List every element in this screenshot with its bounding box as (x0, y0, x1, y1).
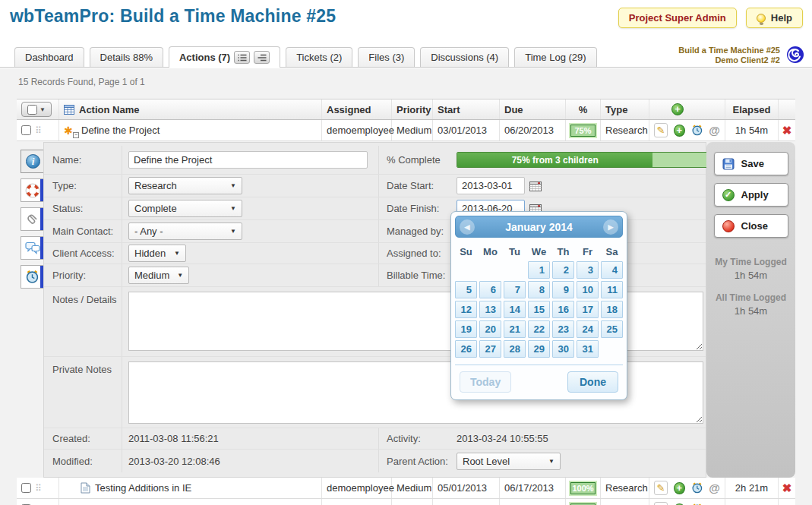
action-name[interactable]: Testing Additions in IE (95, 482, 191, 494)
list-view-toggle-button[interactable] (234, 51, 250, 64)
priority-select[interactable]: Medium▼ (128, 267, 189, 284)
day-cell[interactable]: 4 (601, 261, 623, 279)
day-cell[interactable]: 16 (552, 301, 574, 318)
apply-button-label: Apply (741, 189, 769, 200)
day-cell[interactable]: 29 (528, 340, 550, 358)
day-cell[interactable]: 30 (552, 340, 574, 358)
day-cell[interactable]: 19 (455, 320, 477, 338)
day-cell[interactable]: 20 (479, 320, 501, 338)
day-cell[interactable]: 11 (601, 281, 623, 298)
edit-icon[interactable]: ✎ (654, 481, 668, 495)
delete-icon[interactable]: ✖ (782, 503, 792, 505)
day-cell[interactable]: 8 (528, 281, 550, 298)
tab-timelog[interactable]: Time Log (29) (514, 47, 596, 67)
prev-month-button[interactable]: ◀ (460, 219, 475, 235)
day-cell[interactable]: 24 (577, 320, 599, 338)
day-cell[interactable]: 22 (528, 320, 550, 338)
help-button[interactable]: Help (746, 8, 803, 28)
delete-icon[interactable]: ✖ (782, 124, 792, 137)
calendar-icon[interactable] (529, 181, 542, 191)
col-priority[interactable]: Priority (397, 104, 431, 115)
add-subaction-icon[interactable]: + (674, 125, 685, 137)
form-tab-info[interactable]: i (21, 150, 46, 173)
day-cell[interactable]: 21 (504, 320, 526, 338)
help-button-label: Help (771, 12, 792, 24)
apply-button[interactable]: ✓ Apply (714, 183, 788, 207)
edit-icon[interactable]: ✎ (654, 502, 668, 505)
row-checkbox[interactable] (21, 483, 31, 493)
day-cell[interactable]: 18 (601, 301, 623, 318)
day-cell[interactable]: 2 (552, 261, 574, 279)
done-button[interactable]: Done (567, 371, 618, 393)
tab-discussions[interactable]: Discussions (4) (420, 47, 509, 67)
col-type[interactable]: Type (605, 104, 627, 115)
tab-timelog-label: Time Log (29) (525, 52, 586, 63)
day-cell[interactable]: 5 (455, 281, 477, 298)
select-all-dropdown-button[interactable]: ▼ (21, 102, 52, 117)
day-cell[interactable]: 17 (577, 301, 599, 318)
col-due[interactable]: Due (504, 104, 523, 115)
add-action-button[interactable]: + (671, 103, 684, 115)
col-assigned[interactable]: Assigned (327, 104, 371, 115)
today-button[interactable]: Today (460, 371, 511, 393)
followup-spiral-icon[interactable]: @ (709, 481, 720, 494)
parent-action-select[interactable]: Root Level▼ (457, 453, 561, 470)
followup-spiral-icon[interactable]: @ (709, 124, 720, 137)
tab-tickets[interactable]: Tickets (2) (286, 47, 352, 67)
day-cell[interactable]: 3 (577, 261, 599, 279)
tab-dashboard[interactable]: Dashboard (14, 47, 84, 67)
day-cell[interactable]: 26 (455, 340, 477, 358)
outline-view-toggle-button[interactable] (254, 51, 270, 64)
day-cell[interactable]: 12 (455, 301, 477, 318)
type-select[interactable]: Research▼ (128, 177, 242, 194)
day-cell[interactable]: 10 (577, 281, 599, 298)
form-tab-attachments[interactable] (21, 207, 44, 231)
pct-complete-progressbar: 75% from 3 children (457, 152, 709, 168)
next-month-button[interactable]: ▶ (603, 219, 618, 235)
delete-icon[interactable]: ✖ (782, 481, 792, 495)
datepicker-grid: 1 2 3 4 5 6 7 8 9 10 11 12 13 14 15 16 1… (455, 261, 623, 358)
main-contact-select[interactable]: - Any -▼ (128, 223, 242, 240)
day-cell[interactable]: 13 (479, 301, 501, 318)
select-all-checkbox[interactable] (27, 105, 37, 115)
drag-handle[interactable]: ⠿ (35, 127, 42, 134)
day-cell[interactable]: 15 (528, 301, 550, 318)
day-cell[interactable]: 14 (504, 301, 526, 318)
form-tab-support[interactable] (21, 178, 44, 202)
project-super-admin-button[interactable]: Project Super Admin (618, 8, 737, 28)
client-access-select[interactable]: Hidden▼ (128, 245, 186, 262)
day-cell[interactable]: 27 (479, 340, 501, 358)
action-collapse-icon[interactable]: ✱− (64, 125, 77, 137)
add-subaction-icon[interactable]: + (674, 482, 685, 494)
timer-icon[interactable] (691, 481, 703, 494)
day-cell[interactable]: 28 (504, 340, 526, 358)
tab-files[interactable]: Files (3) (358, 47, 415, 67)
row-checkbox[interactable] (21, 125, 31, 135)
tab-details[interactable]: Details 88% (90, 47, 163, 67)
drag-handle[interactable]: ⠿ (35, 484, 42, 492)
save-button[interactable]: Save (714, 152, 788, 175)
status-select[interactable]: Complete▼ (128, 200, 242, 217)
close-button[interactable]: Close (714, 214, 788, 238)
form-tab-discussions[interactable] (21, 236, 44, 260)
date-start-input[interactable] (457, 177, 525, 194)
document-icon (81, 482, 90, 494)
name-input[interactable] (128, 151, 368, 169)
action-name[interactable]: Define the Project (81, 125, 160, 136)
day-cell[interactable]: 7 (504, 281, 526, 298)
tab-actions[interactable]: Actions (7) (169, 46, 280, 68)
col-percent[interactable]: % (579, 104, 588, 115)
day-cell[interactable]: 25 (601, 320, 623, 338)
day-cell[interactable]: 31 (577, 340, 599, 358)
bullet-list-icon (238, 54, 247, 62)
form-tab-timelog[interactable] (21, 265, 44, 289)
edit-icon[interactable]: ✎ (654, 123, 668, 137)
timer-icon[interactable] (691, 124, 703, 137)
day-cell[interactable]: 23 (552, 320, 574, 338)
col-elapsed[interactable]: Elapsed (733, 104, 771, 115)
day-cell[interactable]: 9 (552, 281, 574, 298)
day-cell[interactable]: 1 (528, 261, 550, 279)
col-action-name[interactable]: Action Name (79, 104, 139, 115)
day-cell[interactable]: 6 (479, 281, 501, 298)
col-start[interactable]: Start (438, 104, 460, 115)
